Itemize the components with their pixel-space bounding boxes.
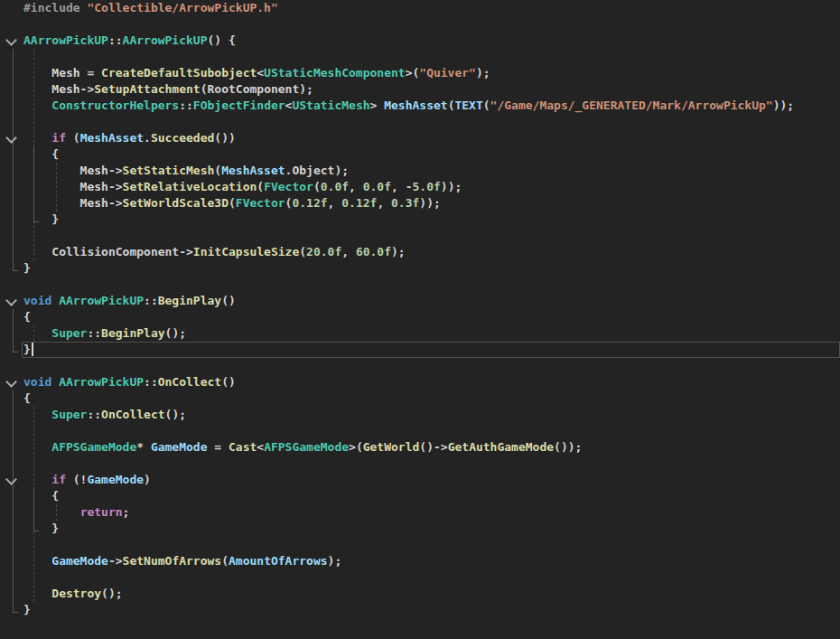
code-token: ); xyxy=(476,66,490,80)
code-line[interactable]: AFPSGameMode* GameMode = Cast<AFPSGameMo… xyxy=(0,439,840,456)
code-line[interactable] xyxy=(0,423,840,439)
code-line[interactable]: { xyxy=(0,390,840,407)
code-token: "Quiver" xyxy=(419,66,476,80)
code-token xyxy=(23,326,51,340)
code-line[interactable]: #include "Collectible/ArrowPickUP.h" xyxy=(0,0,840,16)
code-token: (! xyxy=(66,473,87,486)
code-token: ()-> xyxy=(419,440,447,454)
code-token: TEXT xyxy=(454,99,482,112)
code-token: )); xyxy=(441,180,462,193)
code-line[interactable] xyxy=(0,456,840,472)
code-line[interactable]: Super::OnCollect(); xyxy=(0,407,840,423)
code-line[interactable] xyxy=(0,277,840,293)
code-line[interactable] xyxy=(0,228,840,244)
code-token: CollisionComponent-> xyxy=(23,245,193,258)
code-token: MeshAsset xyxy=(221,164,285,177)
code-token: 0.12f xyxy=(341,196,377,210)
code-line[interactable] xyxy=(0,114,840,130)
code-token: #include xyxy=(23,1,80,14)
code-line[interactable]: Destroy(); xyxy=(0,586,840,602)
code-token: } xyxy=(23,343,31,356)
code-line[interactable]: CollisionComponent->InitCapsuleSize(20.0… xyxy=(0,244,840,260)
code-token: Mesh-> xyxy=(23,196,123,210)
code-line[interactable] xyxy=(0,537,840,553)
code-token: 5.0f xyxy=(413,180,441,193)
code-token: } xyxy=(23,261,31,275)
code-token: Succeeded xyxy=(151,131,214,145)
code-token: ( xyxy=(214,164,221,177)
code-token: > xyxy=(370,99,385,112)
code-token: MeshAsset xyxy=(80,131,144,145)
code-line[interactable]: GameMode->SetNumOfArrows(AmountOfArrows)… xyxy=(0,553,840,569)
code-line[interactable]: Mesh->SetWorldScale3D(FVector(0.12f, 0.1… xyxy=(0,195,840,211)
code-token: () xyxy=(221,375,236,389)
code-token: Cast xyxy=(229,440,257,454)
code-token: } xyxy=(23,522,59,535)
code-line[interactable]: Mesh = CreateDefaultSubobject<UStaticMes… xyxy=(0,65,840,81)
code-line[interactable]: void AArrowPickUP::BeginPlay() xyxy=(0,293,840,309)
code-line[interactable]: if (!GameMode) xyxy=(0,472,840,488)
code-token xyxy=(23,473,51,486)
code-editor[interactable]: #include "Collectible/ArrowPickUP.h"AArr… xyxy=(0,0,840,639)
code-line[interactable]: Mesh->SetRelativeLocation(FVector(0.0f, … xyxy=(0,179,840,195)
code-line[interactable]: } xyxy=(0,521,840,537)
code-line[interactable]: { xyxy=(0,488,840,504)
code-token: -> xyxy=(108,554,123,568)
code-line[interactable]: Mesh->SetupAttachment(RootComponent); xyxy=(0,81,840,98)
code-line[interactable]: return; xyxy=(0,504,840,521)
code-token: Super xyxy=(51,326,87,340)
code-token: GameMode xyxy=(51,554,108,568)
code-token: AFPSGameMode xyxy=(264,440,349,454)
code-token: , - xyxy=(391,180,412,193)
code-token: ( xyxy=(221,554,229,568)
code-line[interactable]: { xyxy=(0,309,840,325)
code-token: FVector xyxy=(236,196,285,210)
code-line[interactable]: if (MeshAsset.Succeeded()) xyxy=(0,130,840,146)
code-token xyxy=(23,408,51,421)
code-token: )); xyxy=(773,99,794,112)
code-token: , xyxy=(349,180,363,193)
code-token: AArrowPickUP xyxy=(123,33,208,47)
code-line[interactable] xyxy=(0,569,840,586)
code-token xyxy=(51,294,59,307)
code-token: :: xyxy=(108,33,123,47)
code-token: Mesh-> xyxy=(23,82,94,96)
code-line[interactable]: Mesh->SetStaticMesh(MeshAsset.Object); xyxy=(0,163,840,179)
code-token: AArrowPickUP xyxy=(59,294,144,307)
code-token: GameMode xyxy=(87,473,144,486)
code-token: ; xyxy=(123,505,130,519)
code-line[interactable]: AArrowPickUP::AArrowPickUP() { xyxy=(0,33,840,49)
code-token: :: xyxy=(144,375,158,389)
code-line[interactable]: Super::BeginPlay(); xyxy=(0,325,840,342)
code-token: void xyxy=(23,294,51,307)
code-token: OnCollect xyxy=(101,408,164,421)
code-line[interactable] xyxy=(0,358,840,374)
code-token: 0.0f xyxy=(363,180,391,193)
code-line[interactable]: ConstructorHelpers::FObjectFinder<UStati… xyxy=(0,98,840,114)
code-token: "/Game/Maps/_GENERATED/Mark/ArrowPickUp" xyxy=(490,99,773,112)
code-line[interactable]: { xyxy=(0,146,840,163)
code-token xyxy=(23,440,51,454)
code-line[interactable]: } xyxy=(0,260,840,277)
code-token xyxy=(23,505,80,519)
code-line[interactable]: void AArrowPickUP::OnCollect() xyxy=(0,374,840,390)
code-token: if xyxy=(51,473,66,486)
code-token: < xyxy=(257,66,264,80)
code-line[interactable]: } xyxy=(0,211,840,228)
code-line[interactable] xyxy=(0,16,840,33)
code-token: 0.3f xyxy=(391,196,419,210)
code-token: 60.0f xyxy=(356,245,391,258)
code-token: GetAuthGameMode xyxy=(448,440,554,454)
code-token: GetWorld xyxy=(363,440,420,454)
code-token: AArrowPickUP xyxy=(59,375,144,389)
code-line[interactable] xyxy=(0,49,840,65)
code-token: SetNumOfArrows xyxy=(123,554,222,568)
code-line[interactable]: } xyxy=(0,342,840,358)
code-line[interactable]: } xyxy=(0,602,840,618)
code-token: 0.0f xyxy=(321,180,349,193)
code-token: ( xyxy=(257,180,264,193)
code-token: InitCapsuleSize xyxy=(193,245,299,258)
code-token: UStaticMesh xyxy=(292,99,369,112)
code-token: ( xyxy=(483,99,490,112)
code-token: >( xyxy=(406,66,420,80)
